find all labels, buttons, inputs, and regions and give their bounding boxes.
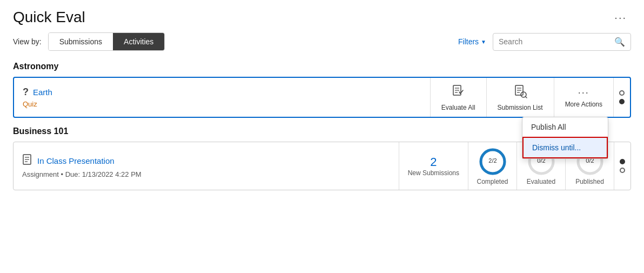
dismiss-until-item[interactable]: Dismiss until... — [522, 137, 608, 158]
submission-list-icon — [513, 84, 528, 102]
svg-line-9 — [526, 97, 527, 98]
view-by-group: View by: Submissions Activities — [13, 32, 165, 51]
assignment-icon — [22, 154, 33, 168]
search-box: 🔍 — [493, 33, 631, 51]
evaluate-all-icon — [451, 84, 466, 102]
published-label: Published — [575, 178, 604, 185]
completed-label: Completed — [477, 178, 508, 185]
more-actions-label: More Actions — [565, 101, 602, 108]
more-actions-button[interactable]: ··· More Actions — [554, 78, 613, 117]
search-input[interactable] — [499, 37, 610, 46]
page-more-button[interactable]: ··· — [610, 9, 631, 26]
new-submissions-label: New Submissions — [408, 169, 459, 177]
earth-card-actions: Evaluate All Submission List — [431, 78, 613, 117]
view-by-label: View by: — [13, 37, 42, 46]
earth-card-subtitle: Quiz — [23, 100, 421, 108]
dot-empty-2 — [620, 168, 625, 173]
completed-circle: 2/2 — [478, 147, 508, 177]
publish-all-item[interactable]: Publish All — [522, 117, 608, 137]
presentation-card-side — [614, 142, 630, 190]
new-submissions-count: 2 — [430, 155, 437, 169]
astronomy-section-title: Astronomy — [13, 62, 631, 71]
dot-empty — [619, 90, 625, 96]
completed-circle-cell[interactable]: 2/2 Completed — [468, 142, 517, 190]
earth-card-side — [613, 78, 630, 117]
earth-card-info: ? Earth Quiz — [14, 78, 431, 117]
activities-toggle[interactable]: Activities — [113, 33, 164, 50]
more-actions-dropdown: Publish All Dismiss until... — [522, 117, 608, 159]
presentation-card-title[interactable]: In Class Presentation — [22, 154, 390, 168]
evaluate-all-label: Evaluate All — [441, 104, 475, 111]
earth-card-row: ? Earth Quiz — [14, 78, 630, 117]
toolbar: View by: Submissions Activities Filters … — [13, 32, 631, 51]
view-toggle: Submissions Activities — [48, 32, 165, 51]
svg-text:2/2: 2/2 — [488, 157, 497, 164]
more-actions-icon: ··· — [578, 87, 589, 98]
filters-button[interactable]: Filters ▼ — [458, 37, 486, 46]
right-controls: Filters ▼ 🔍 — [458, 33, 631, 51]
dot-filled-2 — [620, 159, 625, 164]
submissions-toggle[interactable]: Submissions — [49, 33, 113, 50]
page-container: Quick Eval ··· View by: Submissions Acti… — [0, 0, 644, 273]
evaluate-all-button[interactable]: Evaluate All — [431, 78, 487, 117]
presentation-card-subtitle: Assignment • Due: 1/13/2022 4:22 PM — [22, 170, 390, 178]
new-submissions-cell: 2 New Submissions — [399, 142, 468, 190]
evaluated-label: Evaluated — [527, 178, 555, 185]
quiz-icon: ? — [23, 86, 29, 98]
dot-filled — [619, 99, 625, 104]
earth-card: ? Earth Quiz — [13, 77, 631, 118]
submission-list-label: Submission List — [498, 104, 543, 111]
page-title: Quick Eval — [13, 9, 85, 26]
submission-list-button[interactable]: Submission List — [487, 78, 554, 117]
page-header: Quick Eval ··· — [13, 9, 631, 26]
search-icon[interactable]: 🔍 — [614, 37, 625, 47]
presentation-card-info: In Class Presentation Assignment • Due: … — [14, 142, 399, 190]
chevron-down-icon: ▼ — [481, 39, 486, 45]
earth-card-title[interactable]: ? Earth — [23, 86, 421, 98]
